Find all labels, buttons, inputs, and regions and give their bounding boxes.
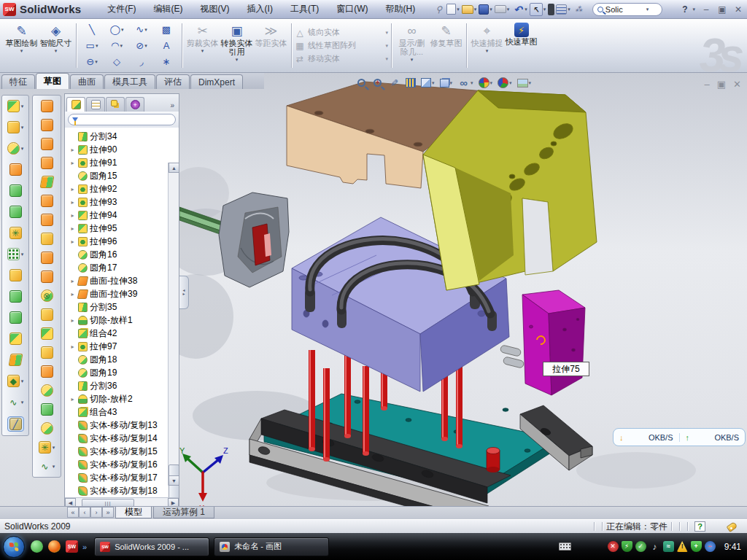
command-button[interactable]: ✂ 剪裁实体 ▾ (185, 20, 220, 71)
feature-tool-button[interactable]: ▾ (8, 332, 23, 346)
command-tab[interactable]: 评估 (156, 74, 190, 89)
tree-item[interactable]: 圆角17 (69, 261, 179, 274)
tree-item[interactable]: ▸ 曲面-拉伸39 (69, 287, 179, 300)
command-button[interactable]: △ 镜向实体 ▾ (295, 27, 388, 38)
dropdown-arrow-icon[interactable]: ▾ (236, 57, 239, 63)
expand-arrow-icon[interactable]: ▸ (69, 291, 76, 298)
command-button[interactable]: ⚡ 快速草图 ▾ (504, 20, 538, 71)
mold-tool-button[interactable]: ⊗ ▾ (39, 289, 55, 303)
command-tab[interactable]: 曲面 (70, 74, 104, 89)
dropdown-arrow-icon[interactable]: ▾ (21, 378, 24, 384)
start-button[interactable] (3, 536, 25, 558)
part-slide-insert[interactable] (219, 192, 289, 287)
tree-item[interactable]: ▸ 拉伸94 (69, 209, 179, 222)
mold-tool-button[interactable]: ▾ (39, 346, 55, 359)
scroll-up-button[interactable]: ▲ (169, 163, 179, 173)
view-tool-icon[interactable] (479, 77, 489, 88)
expand-arrow-icon[interactable]: ▸ (69, 199, 76, 206)
menu-item[interactable]: 编辑(E) (147, 1, 190, 18)
sketch-tool-button[interactable]: ⊖▾ (80, 54, 104, 70)
expand-arrow-icon[interactable]: ▸ (69, 238, 76, 245)
command-button[interactable]: ⌖ 快速捕捉 ▾ (470, 20, 504, 71)
tray-icon[interactable]: ≈ (663, 541, 674, 552)
dropdown-arrow-icon[interactable]: ▾ (55, 48, 58, 54)
toolbar-icon[interactable]: ⁂ (573, 4, 585, 15)
dropdown-arrow-icon[interactable]: ▾ (568, 7, 570, 12)
search-box[interactable]: ▾ (592, 3, 662, 16)
tree-item[interactable]: 实体-移动/复制16 (69, 458, 179, 471)
sketch-tool-button[interactable]: ◠▾ (104, 38, 129, 54)
feature-tool-button[interactable]: ▾ (8, 205, 23, 219)
quick-launch-chevron[interactable]: » (82, 542, 87, 551)
menu-item[interactable]: 工具(T) (283, 1, 326, 18)
command-button[interactable]: ▦ 线性草图阵列 ▾ (295, 40, 388, 51)
tree-item[interactable]: ▸ 曲面-拉伸38 (69, 274, 179, 287)
menu-item[interactable]: 窗口(W) (329, 1, 375, 18)
doc-tab[interactable]: 运动算例 1 (153, 507, 214, 518)
dropdown-arrow-icon[interactable]: ▾ (471, 80, 473, 86)
close-button[interactable]: ✕ (732, 4, 744, 15)
toolbar-icon[interactable] (548, 4, 554, 15)
mold-tool-button[interactable]: ▾ (39, 402, 55, 416)
dropdown-arrow-icon[interactable]: ▾ (21, 400, 24, 405)
feature-tool-button[interactable]: ▾ (8, 353, 23, 367)
search-input[interactable] (605, 5, 643, 14)
tree-item[interactable]: 实体-移动/复制15 (69, 445, 179, 458)
sketch-tool-button[interactable]: ▩▾ (154, 22, 179, 38)
dropdown-arrow-icon[interactable]: ▾ (489, 7, 492, 12)
view-tool-icon[interactable] (388, 77, 400, 89)
feature-tool-button[interactable]: ▾ (8, 268, 23, 282)
mold-tool-button[interactable]: ▾ (39, 137, 55, 151)
dropdown-arrow-icon[interactable]: ▾ (509, 80, 512, 86)
mold-tool-button[interactable]: ▾ (39, 175, 55, 189)
tree-item[interactable]: 分割34 (69, 130, 179, 143)
tree-item[interactable]: 组合42 (69, 327, 179, 340)
part-connector-stubs[interactable] (500, 345, 525, 368)
tray-icon[interactable]: + (691, 541, 702, 552)
doc-nav-button[interactable]: › (90, 507, 102, 518)
toolbar-icon[interactable] (462, 5, 473, 14)
minimize-button[interactable]: – (700, 4, 712, 15)
command-button[interactable]: ∞ 显示/删除几... ▾ (395, 20, 429, 71)
dropdown-arrow-icon[interactable]: ▾ (525, 7, 527, 12)
mold-tool-button[interactable]: ▾ (39, 156, 55, 170)
dropdown-arrow-icon[interactable]: ▾ (21, 104, 24, 109)
mold-tool-button[interactable]: ▾ (39, 213, 55, 227)
dropdown-arrow-icon[interactable]: ▾ (543, 7, 546, 12)
command-tab[interactable]: 特征 (1, 74, 35, 89)
feature-tool-button[interactable]: ▾ (6, 120, 26, 134)
dropdown-arrow-icon[interactable]: ▾ (507, 7, 510, 12)
mold-tool-button[interactable]: ▾ (39, 365, 55, 378)
doc-nav-button[interactable]: « (67, 507, 79, 518)
doc-nav-button[interactable]: ‹ (79, 507, 90, 518)
view-tool-icon[interactable] (374, 79, 382, 87)
taskbar-button[interactable]: 未命名 - 画图 (214, 537, 329, 556)
feature-tool-button[interactable]: ▾ (6, 99, 26, 113)
view-tool-icon[interactable] (406, 78, 416, 88)
tray-icon[interactable]: ! (677, 541, 688, 552)
sketch-tool-button[interactable]: ∿▾ (129, 22, 154, 38)
tree-item[interactable]: 实体-移动/复制14 (69, 432, 179, 445)
dropdown-arrow-icon[interactable]: ▾ (21, 125, 24, 131)
help-button[interactable]: ? (682, 4, 687, 15)
tray-icon[interactable]: ♪ (649, 541, 660, 552)
mold-tool-button[interactable]: ▾ (39, 232, 55, 246)
keyboard-layout-icon[interactable] (559, 542, 571, 551)
view-tool-icon[interactable] (457, 77, 470, 89)
quick-launch-icon[interactable] (31, 540, 43, 553)
dropdown-arrow-icon[interactable]: ▾ (201, 48, 204, 54)
tray-icon[interactable]: − (705, 541, 716, 552)
dropdown-arrow-icon[interactable]: ▾ (21, 146, 24, 152)
command-button[interactable]: ≫ 等距实体 ▾ (254, 20, 288, 71)
dropdown-arrow-icon[interactable]: ▾ (385, 56, 388, 62)
feature-tool-button[interactable]: ◆ ▾ (6, 374, 26, 388)
sketch-tool-button[interactable]: ⊘▾ (129, 38, 154, 54)
tree-item[interactable]: ▸ 拉伸91 (69, 156, 179, 169)
dropdown-arrow-icon[interactable]: ▾ (457, 7, 460, 12)
menu-item[interactable]: 帮助(H) (379, 1, 423, 18)
tree-item[interactable]: 实体-移动/复制18 (69, 484, 179, 497)
toolbar-icon[interactable]: ↖ (530, 3, 543, 16)
mold-tool-button[interactable]: ▾ (39, 194, 55, 208)
tray-icon[interactable]: ✓ (635, 541, 646, 552)
mold-tool-button[interactable]: ▾ (39, 421, 55, 435)
